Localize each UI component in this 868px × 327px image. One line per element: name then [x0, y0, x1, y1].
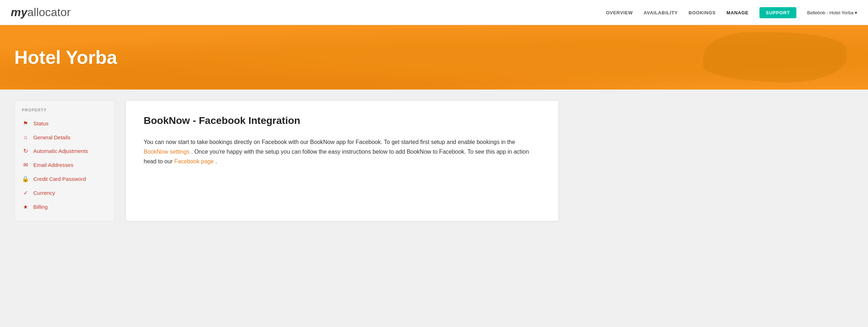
sidebar-item-label: Email Addresses: [33, 162, 73, 168]
booknow-settings-link[interactable]: BookNow settings: [144, 149, 190, 155]
nav-link-support[interactable]: SUPPORT: [759, 7, 796, 18]
nav-link-overview[interactable]: OVERVIEW: [606, 10, 633, 15]
content-body: You can now start to take bookings direc…: [144, 137, 541, 167]
logo-my: my: [11, 6, 27, 19]
nav-link-manage[interactable]: MANAGE: [726, 10, 749, 15]
nav-link-availability[interactable]: AVAILABILITY: [644, 10, 678, 15]
lock-icon: 🔒: [22, 175, 29, 182]
sidebar-item-credit-card-password[interactable]: 🔒 Credit Card Password: [15, 172, 114, 186]
billing-icon: ★: [22, 203, 29, 210]
nav-item-overview[interactable]: OVERVIEW: [606, 9, 633, 16]
sidebar-item-label: Status: [33, 120, 49, 126]
nav-property-name[interactable]: Bellebnb - Hotel Yorba ▾: [807, 9, 857, 16]
logo-allocator: allocator: [27, 6, 71, 19]
nav-item-availability[interactable]: AVAILABILITY: [644, 9, 678, 16]
top-navigation: myallocator OVERVIEW AVAILABILITY BOOKIN…: [0, 0, 868, 25]
nav-item-support[interactable]: SUPPORT: [759, 9, 796, 16]
sidebar-item-billing[interactable]: ★ Billing: [15, 200, 114, 214]
nav-item-bookings[interactable]: BOOKINGS: [689, 9, 716, 16]
sidebar-item-status[interactable]: ⚑ Status: [15, 116, 114, 130]
content-end-text: .: [215, 158, 217, 164]
flag-icon: ⚑: [22, 120, 29, 127]
sidebar-item-label: Credit Card Password: [33, 176, 86, 182]
main-layout: PROPERTY ⚑ Status ⌂ General Details ↻ Au…: [0, 90, 573, 232]
sidebar-section-label: PROPERTY: [15, 108, 114, 116]
nav-link-bookings[interactable]: BOOKINGS: [689, 10, 716, 15]
nav-links: OVERVIEW AVAILABILITY BOOKINGS MANAGE SU…: [606, 9, 857, 16]
hero-title: Hotel Yorba: [14, 47, 117, 68]
home-icon: ⌂: [22, 134, 29, 140]
property-label: Bellebnb - Hotel Yorba ▾: [807, 10, 857, 15]
sidebar-item-label: General Details: [33, 134, 70, 140]
hero-banner: Hotel Yorba: [0, 25, 868, 90]
sidebar-item-currency[interactable]: ✓ Currency: [15, 186, 114, 200]
sidebar: PROPERTY ⚑ Status ⌂ General Details ↻ Au…: [14, 100, 115, 221]
nav-item-manage[interactable]: MANAGE: [726, 9, 749, 16]
facebook-page-link[interactable]: Facebook page: [174, 158, 214, 164]
content-paragraph-start: You can now start to take bookings direc…: [144, 139, 515, 145]
sidebar-item-general-details[interactable]: ⌂ General Details: [15, 130, 114, 144]
sidebar-item-label: Automatic Adjustments: [33, 148, 88, 154]
refresh-icon: ↻: [22, 148, 29, 154]
sidebar-item-email-addresses[interactable]: ✉ Email Addresses: [15, 158, 114, 172]
currency-icon: ✓: [22, 189, 29, 196]
logo[interactable]: myallocator: [11, 6, 71, 19]
sidebar-item-label: Billing: [33, 204, 48, 210]
sidebar-item-label: Currency: [33, 190, 55, 196]
content-title: BookNow - Facebook Integration: [144, 115, 541, 126]
content-area: BookNow - Facebook Integration You can n…: [125, 100, 559, 221]
sidebar-item-automatic-adjustments[interactable]: ↻ Automatic Adjustments: [15, 144, 114, 158]
email-icon: ✉: [22, 162, 29, 168]
